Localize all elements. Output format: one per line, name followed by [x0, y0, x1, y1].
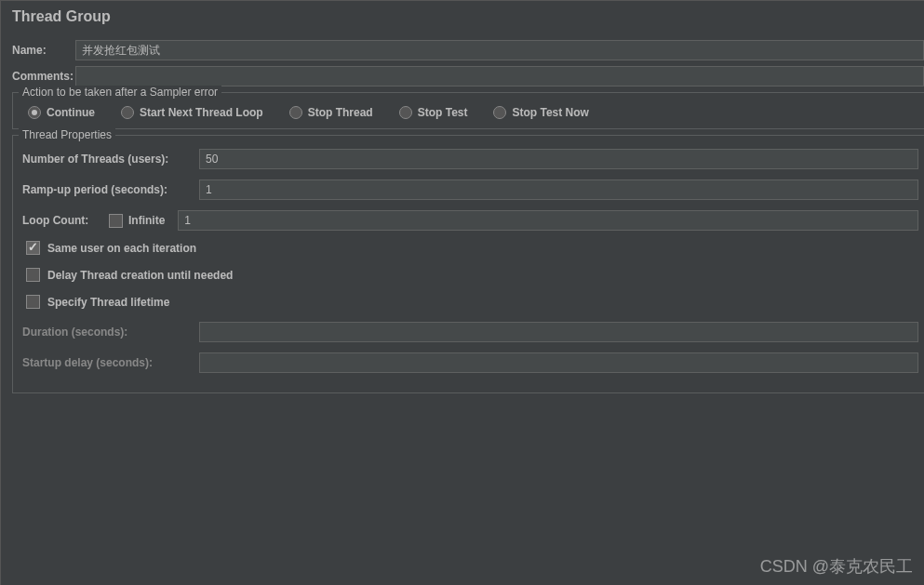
panel-title: Thread Group — [8, 8, 924, 25]
radio-stop-test-label: Stop Test — [418, 106, 468, 119]
sampler-error-legend: Action to be taken after a Sampler error — [19, 86, 221, 99]
same-user-checkbox[interactable] — [26, 241, 40, 255]
radio-stop-thread-label: Stop Thread — [308, 106, 373, 119]
num-threads-label: Number of Threads (users): — [22, 153, 199, 166]
sampler-error-group: Action to be taken after a Sampler error… — [12, 92, 924, 129]
radio-continue-indicator — [28, 106, 41, 119]
startup-delay-label: Startup delay (seconds): — [22, 356, 199, 369]
radio-stop-thread-indicator — [289, 106, 302, 119]
radio-start-next-label: Start Next Thread Loop — [140, 106, 263, 119]
radio-start-next-indicator — [121, 106, 134, 119]
thread-group-panel: Thread Group Name: Comments: Action to b… — [0, 0, 924, 585]
same-user-label: Same user on each iteration — [47, 242, 196, 255]
comments-input[interactable] — [75, 66, 924, 86]
loop-count-input[interactable] — [178, 210, 918, 231]
num-threads-input[interactable] — [199, 149, 918, 169]
radio-stop-thread[interactable]: Stop Thread — [289, 106, 373, 119]
radio-start-next[interactable]: Start Next Thread Loop — [121, 106, 263, 119]
infinite-checkbox[interactable] — [109, 214, 123, 228]
ramp-up-input[interactable] — [199, 179, 918, 200]
radio-continue-label: Continue — [47, 106, 95, 119]
specify-lifetime-label: Specify Thread lifetime — [47, 296, 169, 309]
delay-creation-checkbox[interactable] — [26, 268, 40, 282]
radio-continue[interactable]: Continue — [28, 106, 95, 119]
infinite-label: Infinite — [128, 214, 165, 227]
sampler-error-radios: Continue Start Next Thread Loop Stop Thr… — [22, 106, 918, 119]
radio-stop-test-now-label: Stop Test Now — [512, 106, 588, 119]
thread-properties-group: Thread Properties Number of Threads (use… — [12, 135, 924, 393]
name-label: Name: — [8, 44, 75, 57]
duration-label: Duration (seconds): — [22, 326, 199, 339]
radio-stop-test[interactable]: Stop Test — [399, 106, 468, 119]
loop-count-label: Loop Count: — [22, 214, 109, 227]
thread-properties-legend: Thread Properties — [19, 128, 115, 141]
startup-delay-input[interactable] — [199, 352, 918, 373]
specify-lifetime-checkbox[interactable] — [26, 295, 40, 309]
radio-stop-test-now-indicator — [493, 106, 506, 119]
radio-stop-test-now[interactable]: Stop Test Now — [493, 106, 588, 119]
duration-input[interactable] — [199, 322, 918, 342]
radio-stop-test-indicator — [399, 106, 412, 119]
delay-creation-label: Delay Thread creation until needed — [47, 269, 233, 282]
ramp-up-label: Ramp-up period (seconds): — [22, 183, 199, 196]
name-input[interactable] — [75, 40, 924, 60]
comments-label: Comments: — [8, 70, 75, 83]
